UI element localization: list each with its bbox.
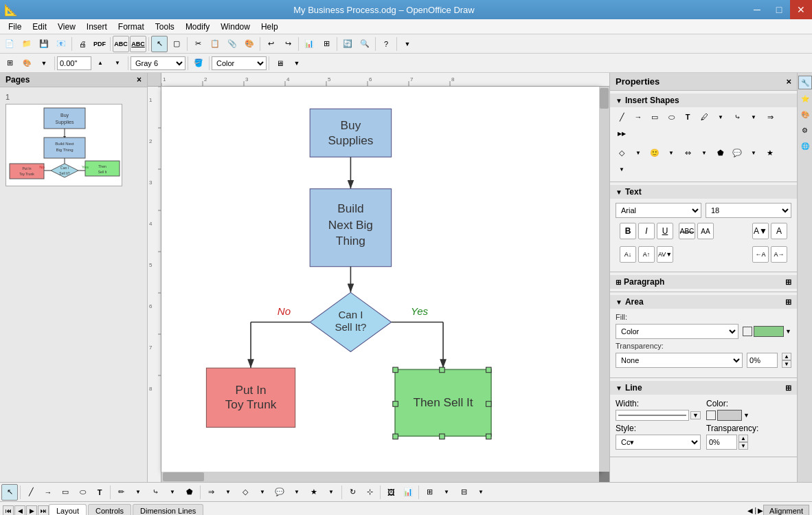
highlight-btn[interactable]: A	[771, 223, 787, 239]
position-down[interactable]: ▼	[109, 55, 126, 72]
fill-color-dropdown[interactable]: ▼	[785, 328, 791, 335]
shape-more[interactable]: ▼	[746, 109, 761, 124]
tab-next[interactable]: ▶	[26, 505, 37, 516]
pdf-button[interactable]: PDF	[91, 36, 108, 52]
paste-button[interactable]: 📎	[224, 36, 240, 52]
strikethrough-button[interactable]: ABC	[679, 223, 695, 239]
select-tool[interactable]: ↖	[1, 484, 18, 501]
fill-type-select[interactable]: Color	[212, 56, 267, 70]
section-area-header[interactable]: ▼ Area ⊞	[610, 295, 797, 309]
block-arrow-tool[interactable]: ⇒	[203, 484, 219, 501]
snap-grid[interactable]: ⊞	[421, 484, 438, 501]
rotate-button[interactable]: 🔄	[339, 36, 356, 52]
tab-controls[interactable]: Controls	[88, 504, 131, 515]
fill-color-swatch[interactable]	[754, 326, 784, 337]
shape-ellipse[interactable]: ⬭	[664, 109, 679, 124]
layout-btn[interactable]: ⊟	[455, 484, 472, 501]
spell2-button[interactable]: ABC	[130, 36, 146, 52]
cut-button[interactable]: ✂	[190, 36, 206, 52]
shape-block-arrow[interactable]: ⇔	[680, 145, 695, 160]
font-color-btn[interactable]: A▼	[752, 223, 769, 239]
scrollbar-horizontal[interactable]	[161, 472, 599, 482]
menu-insert[interactable]: Insert	[81, 21, 113, 33]
undo-button[interactable]: ↩	[262, 36, 279, 52]
scrollbar-vertical[interactable]	[599, 87, 609, 472]
side-icon-3[interactable]: 🎨	[798, 107, 812, 121]
shape-freeform[interactable]: 🖊	[697, 109, 712, 124]
trans-select[interactable]: None	[616, 353, 743, 368]
trans-input[interactable]: 0%	[747, 353, 778, 368]
side-icon-2[interactable]: ⭐	[798, 91, 812, 105]
line-style-select[interactable]: Cc▾	[616, 435, 701, 450]
shape-text[interactable]: T	[680, 109, 695, 124]
section-line-header[interactable]: ▼ Line ⊞	[610, 381, 797, 395]
side-icon-5[interactable]: 🌐	[798, 139, 812, 153]
shapes-tool[interactable]: ⬟	[181, 484, 198, 501]
side-icon-1[interactable]: 🔧	[798, 76, 812, 89]
freehand-tool[interactable]: ✏	[113, 484, 129, 501]
section-insert-shapes-header[interactable]: ▼ Insert Shapes	[610, 94, 797, 107]
shape-diamond[interactable]: ◇	[614, 145, 629, 160]
color2-button[interactable]: ▼	[36, 55, 52, 72]
line-trans-down[interactable]: ▼	[738, 442, 748, 450]
menu-edit[interactable]: Edit	[27, 21, 52, 33]
zoom-button[interactable]: 🔍	[357, 36, 373, 52]
star-more[interactable]: ▼	[323, 484, 339, 501]
shape-callout-more[interactable]: ▼	[746, 145, 761, 160]
line-expand-btn[interactable]: ⊞	[785, 384, 791, 393]
shape-callout[interactable]: 💬	[730, 145, 745, 160]
transform-button[interactable]: ⊞	[1, 55, 18, 72]
font-select[interactable]: Arial	[616, 203, 701, 218]
star-tool[interactable]: ★	[306, 484, 322, 501]
tab-last[interactable]: ⏭	[38, 505, 49, 516]
menu-window[interactable]: Window	[215, 21, 256, 33]
connector-more[interactable]: ▼	[164, 484, 181, 501]
chart-button[interactable]: 📊	[301, 36, 317, 52]
page-thumbnail[interactable]: Buy Supplies Build Next Big Thing Can I …	[5, 104, 122, 186]
menu-file[interactable]: File	[3, 21, 27, 33]
redo-button[interactable]: ↪	[280, 36, 296, 52]
menu-tools[interactable]: Tools	[150, 21, 180, 33]
trans-up[interactable]: ▲	[782, 353, 791, 360]
uppercase-button[interactable]: AA	[697, 223, 714, 239]
line-width-dropdown[interactable]: ▼	[690, 411, 701, 419]
shape-freeform-more[interactable]: ▼	[713, 109, 728, 124]
shape-line[interactable]: ╱	[614, 109, 629, 124]
shape-diamond-more[interactable]: ▼	[631, 145, 646, 160]
format-button[interactable]: 🎨	[241, 36, 258, 52]
shape-smiley[interactable]: 🙂	[647, 145, 662, 160]
trans-down[interactable]: ▼	[782, 360, 791, 368]
grow-btn[interactable]: A↑	[638, 246, 655, 263]
overflow2-button[interactable]: ▼	[289, 55, 305, 72]
alignment-button[interactable]: Alignment	[763, 505, 809, 516]
shape-block-more[interactable]: ▼	[697, 145, 712, 160]
shape-flowchart[interactable]: ⬟	[713, 145, 728, 160]
save-button[interactable]: 💾	[36, 36, 52, 52]
side-icon-4[interactable]: ⚙	[798, 123, 812, 137]
arrow-tool[interactable]: →	[40, 484, 56, 501]
line-tool[interactable]: ╱	[23, 484, 39, 501]
shape-arrow-r2[interactable]: ⇒	[763, 109, 778, 124]
line-width-input[interactable]	[616, 410, 689, 421]
line-color-swatch[interactable]	[717, 410, 742, 421]
spell-button[interactable]: ABC	[113, 36, 129, 52]
line-color-dropdown[interactable]: ▼	[743, 412, 749, 419]
section-text-header[interactable]: ▼ Text	[610, 185, 797, 199]
menu-format[interactable]: Format	[113, 21, 150, 33]
section-paragraph-header[interactable]: ⊞ Paragraph ⊞	[610, 275, 797, 289]
crop-tool[interactable]: ⊹	[361, 484, 378, 501]
tab-prev[interactable]: ◀	[14, 505, 25, 516]
print-button[interactable]: 🖨	[74, 36, 91, 52]
line-trans-up[interactable]: ▲	[738, 435, 748, 442]
shrink-btn[interactable]: A↓	[620, 246, 636, 263]
scroll-right-btn[interactable]: ▶	[758, 507, 763, 514]
fill-select[interactable]: Color	[616, 324, 738, 339]
select2-button[interactable]: ▢	[168, 36, 185, 52]
area-expand-btn[interactable]: ⊞	[785, 298, 791, 307]
underline-button[interactable]: U	[657, 223, 673, 239]
pages-close[interactable]: ×	[137, 75, 142, 85]
fill-color-picker[interactable]	[743, 327, 752, 336]
paint-button[interactable]: 🪣	[190, 55, 207, 72]
select-mode-button[interactable]: ↖	[151, 36, 168, 52]
line-trans-input[interactable]: 0%	[706, 435, 737, 450]
